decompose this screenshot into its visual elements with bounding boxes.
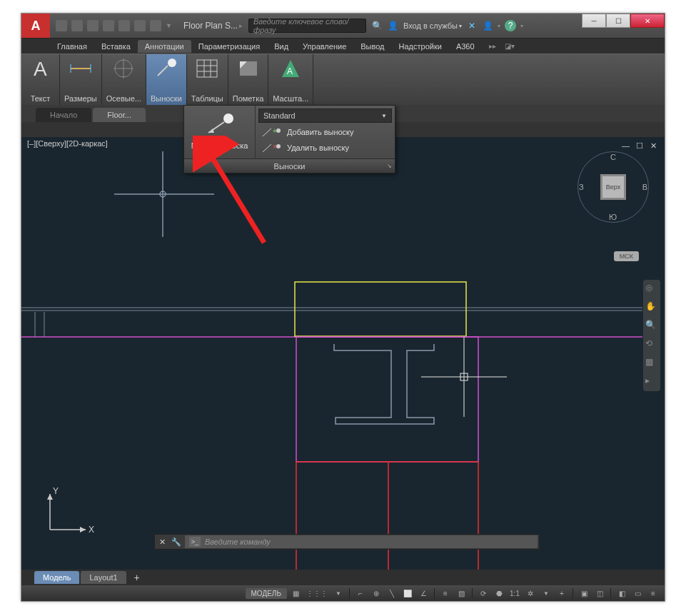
svg-text:X: X <box>89 525 94 535</box>
leaders-panel-title[interactable]: Выноски ↘ <box>184 158 395 173</box>
sb-units-icon[interactable]: ◫ <box>592 587 607 600</box>
drawing-canvas <box>21 137 665 570</box>
panel-centerlines[interactable]: Осевые... <box>102 54 146 105</box>
redo-icon[interactable] <box>150 20 161 31</box>
sb-grid-icon[interactable]: ▦ <box>288 587 303 600</box>
panel-dimensions[interactable]: Размеры <box>60 54 102 105</box>
multileader-icon <box>203 111 237 137</box>
showmotion-icon[interactable]: ▦ <box>645 357 658 370</box>
quick-access-toolbar: ▼ <box>50 20 178 31</box>
sb-ortho-icon[interactable]: ⌐ <box>353 587 368 600</box>
sb-dropdown2-icon[interactable]: ▼ <box>539 587 553 600</box>
tab-manage[interactable]: Управление <box>296 40 353 53</box>
search-icon[interactable]: 🔍 <box>372 20 383 31</box>
panel-markup[interactable]: Пометка <box>228 54 269 105</box>
sb-lwt-icon[interactable]: ≡ <box>438 587 453 600</box>
nav-more-icon[interactable]: ▸ <box>645 375 658 388</box>
dimension-icon <box>68 56 94 81</box>
sb-iso-icon[interactable]: ╲ <box>385 587 399 600</box>
centerline-icon <box>111 56 136 81</box>
sb-anno-icon[interactable]: ⬣ <box>492 587 506 600</box>
help-icon[interactable]: ? <box>505 20 516 31</box>
leader-icon <box>153 56 179 81</box>
ribbon-toggle-icon[interactable]: ▸▸ <box>489 42 500 51</box>
multileader-button[interactable]: Мультивыноска <box>184 106 256 158</box>
sb-model-button[interactable]: МОДЕЛЬ <box>246 588 287 599</box>
login-link[interactable]: Вход в службы▾ <box>403 21 462 30</box>
sb-menu-icon[interactable]: ≡ <box>646 587 660 600</box>
pan-icon[interactable]: ✋ <box>645 301 658 314</box>
sb-snap-icon[interactable]: ⋮⋮⋮ <box>304 587 330 600</box>
leader-style-combo[interactable]: Standard▼ <box>258 108 392 123</box>
ucs-badge[interactable]: МСК <box>614 251 639 261</box>
a360-icon[interactable]: 👤 <box>482 20 493 31</box>
tab-start[interactable]: Начало <box>36 108 91 122</box>
zoom-icon[interactable]: 🔍 <box>645 320 658 333</box>
tab-annotations[interactable]: Аннотации <box>138 40 191 53</box>
app-logo[interactable]: A <box>21 14 50 38</box>
open-icon[interactable] <box>71 20 83 31</box>
command-line[interactable]: ✕ 🔧 >_ Введите команду <box>154 534 540 550</box>
panel-text[interactable]: A Текст <box>21 54 60 105</box>
sb-dropdown-icon[interactable]: ▼ <box>331 587 345 600</box>
undo-icon[interactable] <box>134 20 146 31</box>
panel-leaders[interactable]: Выноски <box>146 54 187 105</box>
tab-layout1[interactable]: Layout1 <box>81 571 126 584</box>
svg-marker-38 <box>47 494 53 500</box>
minimize-button[interactable]: ─ <box>582 14 606 28</box>
tab-model[interactable]: Модель <box>34 571 79 584</box>
add-layout-button[interactable]: + <box>131 571 143 584</box>
remove-leader-button[interactable]: × Удалить выноску <box>258 140 392 156</box>
sb-iso2-icon[interactable]: ◧ <box>615 587 629 600</box>
svg-line-8 <box>158 66 168 76</box>
svg-line-44 <box>263 128 271 136</box>
dialog-launcher-icon[interactable]: ↘ <box>387 163 392 169</box>
sb-qp-icon[interactable]: ▣ <box>577 587 591 600</box>
sb-osnap-icon[interactable]: ⬜ <box>400 587 415 600</box>
command-input[interactable]: >_ Введите команду <box>185 535 538 548</box>
sb-clean-icon[interactable]: ▭ <box>630 587 645 600</box>
user-icon[interactable]: 👤 <box>388 20 399 31</box>
search-input[interactable]: Введите ключевое слово/фразу <box>248 19 366 33</box>
viewcube[interactable]: Верх С Ю В З <box>577 151 649 223</box>
tab-addins[interactable]: Надстройки <box>392 40 449 53</box>
steering-wheel-icon[interactable]: ◎ <box>645 283 658 296</box>
svg-point-49 <box>276 144 281 148</box>
sb-scale-label[interactable]: 1:1 <box>508 587 522 600</box>
exchange-icon[interactable]: ✕ <box>466 20 478 31</box>
orbit-icon[interactable]: ⟲ <box>645 338 658 351</box>
compass-n: С <box>610 153 616 161</box>
sb-plus-icon[interactable]: + <box>555 587 569 600</box>
sb-cycle-icon[interactable]: ⟳ <box>476 587 490 600</box>
add-leader-button[interactable]: + Добавить выноску <box>258 124 392 140</box>
sb-transp-icon[interactable]: ▨ <box>454 587 468 600</box>
tab-insert[interactable]: Вставка <box>94 40 138 53</box>
tab-output[interactable]: Вывод <box>353 40 391 53</box>
new-icon[interactable] <box>56 20 67 31</box>
saveas-icon[interactable] <box>103 20 114 31</box>
sb-polar-icon[interactable]: ⊕ <box>369 587 383 600</box>
layout-tabs: Модель Layout1 + <box>21 570 665 585</box>
svg-rect-9 <box>197 60 217 77</box>
markup-icon <box>236 56 261 81</box>
sb-gear-icon[interactable]: ✲ <box>523 587 538 600</box>
svg-marker-36 <box>80 527 86 532</box>
print-icon[interactable] <box>118 20 130 31</box>
save-icon[interactable] <box>87 20 99 31</box>
tab-view[interactable]: Вид <box>267 40 296 53</box>
viewport[interactable]: [–][Сверху][2D-каркас] — ☐ ✕ <box>21 137 665 570</box>
tab-a360[interactable]: A360 <box>449 40 482 53</box>
tab-home[interactable]: Главная <box>50 40 94 53</box>
tab-file-active[interactable]: Floor... <box>93 108 146 122</box>
viewcube-top-face[interactable]: Верх <box>600 174 626 200</box>
svg-point-46 <box>276 128 281 133</box>
cmd-settings-icon[interactable]: 🔧 <box>169 537 183 547</box>
panel-tables[interactable]: Таблицы <box>187 54 228 105</box>
cmd-close-icon[interactable]: ✕ <box>155 537 169 547</box>
sb-otrack-icon[interactable]: ∠ <box>416 587 430 600</box>
maximize-button[interactable]: ☐ <box>606 14 630 28</box>
ribbon-menu-icon[interactable]: ◪▾ <box>505 42 516 51</box>
tab-parametric[interactable]: Параметризация <box>191 40 267 53</box>
close-button[interactable]: ✕ <box>630 14 665 28</box>
panel-scale[interactable]: A Масшта... <box>268 54 313 105</box>
